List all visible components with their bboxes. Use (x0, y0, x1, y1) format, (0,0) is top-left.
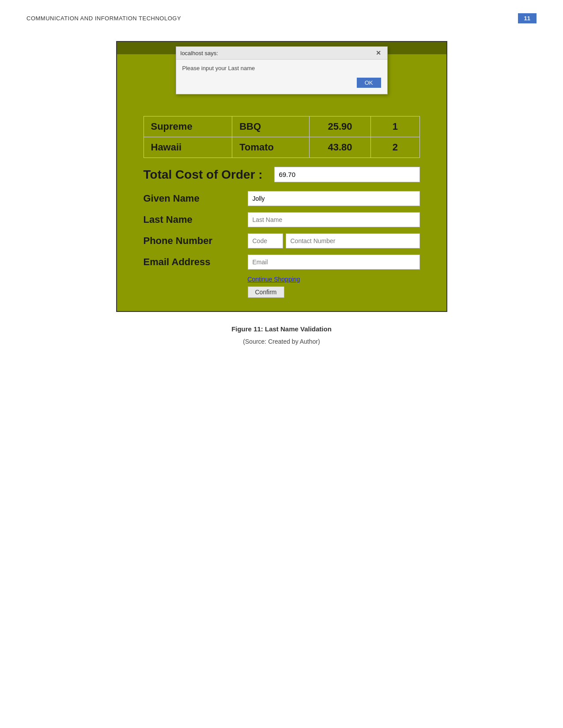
last-name-label: Last Name (144, 214, 241, 225)
order-table: Supreme BBQ 25.90 1 Hawaii Tomato 43.80 … (144, 116, 420, 158)
table-row: Supreme BBQ 25.90 1 (144, 116, 419, 137)
continue-shopping-button[interactable]: Continue Shopping (248, 276, 300, 283)
screenshot-container: localhost says: ✕ Please input your Last… (116, 41, 447, 312)
last-name-input[interactable] (248, 212, 420, 227)
total-cost-label: Total Cost of Order : (144, 168, 267, 182)
order-form: Given Name Last Name Phone Number Email … (144, 191, 420, 270)
phone-code-input[interactable] (248, 233, 283, 248)
total-cost-input[interactable] (274, 167, 420, 182)
page-header: COMMUNICATION AND INFORMATION TECHNOLOGY… (0, 0, 563, 32)
figure-source: (Source: Created by Author) (0, 338, 563, 345)
pizza-price-cell: 43.80 (310, 137, 371, 158)
last-name-row: Last Name (144, 212, 420, 227)
dialog-message: Please input your Last name (182, 65, 381, 71)
pizza-topping-cell: Tomato (232, 137, 310, 158)
phone-row: Phone Number (144, 233, 420, 248)
figure-caption: Figure 11: Last Name Validation (0, 325, 563, 333)
given-name-input[interactable] (248, 191, 420, 206)
email-row: Email Address (144, 255, 420, 270)
page-number: 11 (518, 13, 537, 23)
pizza-topping-cell: BBQ (232, 116, 310, 137)
phone-number-input[interactable] (286, 233, 420, 248)
given-name-row: Given Name (144, 191, 420, 206)
email-label: Email Address (144, 256, 241, 268)
dialog-box: localhost says: ✕ Please input your Last… (176, 46, 388, 94)
pizza-qty-cell: 2 (371, 137, 419, 158)
confirm-button[interactable]: Confirm (248, 286, 284, 298)
table-row: Hawaii Tomato 43.80 2 (144, 137, 419, 158)
given-name-label: Given Name (144, 193, 241, 204)
page-title: COMMUNICATION AND INFORMATION TECHNOLOGY (26, 15, 181, 22)
pizza-price-cell: 25.90 (310, 116, 371, 137)
dialog-titlebar: localhost says: ✕ (176, 47, 387, 60)
phone-label: Phone Number (144, 235, 241, 247)
dialog-body: Please input your Last name OK (176, 60, 387, 94)
phone-inputs-group (248, 233, 420, 248)
dialog-ok-button[interactable]: OK (357, 78, 381, 88)
pizza-name-cell: Supreme (144, 116, 232, 137)
dialog-title: localhost says: (181, 50, 218, 56)
email-input[interactable] (248, 255, 420, 270)
action-buttons: Continue Shopping Confirm (144, 276, 420, 298)
pizza-qty-cell: 1 (371, 116, 419, 137)
total-cost-row: Total Cost of Order : (144, 167, 420, 182)
pizza-name-cell: Hawaii (144, 137, 232, 158)
dialog-close-button[interactable]: ✕ (374, 49, 383, 56)
